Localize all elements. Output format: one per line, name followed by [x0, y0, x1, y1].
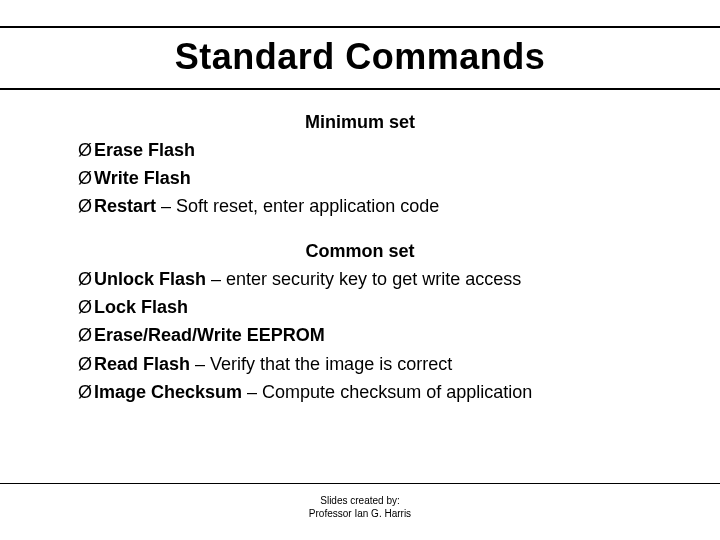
- list-item: ØUnlock Flash – enter security key to ge…: [78, 266, 642, 292]
- section-heading-common: Common set: [78, 241, 642, 262]
- command-desc: – Compute checksum of application: [242, 382, 532, 402]
- list-item: ØLock Flash: [78, 294, 642, 320]
- command-name: Lock Flash: [94, 297, 188, 317]
- footer-line2: Professor Ian G. Harris: [0, 507, 720, 520]
- bullet-icon: Ø: [78, 196, 92, 216]
- title-band: Standard Commands: [0, 26, 720, 90]
- command-desc: – enter security key to get write access: [206, 269, 521, 289]
- command-name: Read Flash: [94, 354, 190, 374]
- command-name: Erase/Read/Write EEPROM: [94, 325, 325, 345]
- bullet-icon: Ø: [78, 354, 92, 374]
- command-name: Unlock Flash: [94, 269, 206, 289]
- command-desc: – Soft reset, enter application code: [156, 196, 439, 216]
- bullet-icon: Ø: [78, 325, 92, 345]
- bullet-icon: Ø: [78, 269, 92, 289]
- footer: Slides created by: Professor Ian G. Harr…: [0, 483, 720, 520]
- command-name: Erase Flash: [94, 140, 195, 160]
- list-item: ØErase/Read/Write EEPROM: [78, 322, 642, 348]
- bullet-icon: Ø: [78, 382, 92, 402]
- list-item: ØWrite Flash: [78, 165, 642, 191]
- command-name: Write Flash: [94, 168, 191, 188]
- list-item: ØRestart – Soft reset, enter application…: [78, 193, 642, 219]
- list-item: ØRead Flash – Verify that the image is c…: [78, 351, 642, 377]
- slide-title: Standard Commands: [0, 36, 720, 78]
- bullet-icon: Ø: [78, 168, 92, 188]
- command-name: Image Checksum: [94, 382, 242, 402]
- command-name: Restart: [94, 196, 156, 216]
- bullet-icon: Ø: [78, 297, 92, 317]
- slide-content: Minimum set ØErase Flash ØWrite Flash ØR…: [0, 90, 720, 405]
- section-heading-minimum: Minimum set: [78, 112, 642, 133]
- bullet-icon: Ø: [78, 140, 92, 160]
- footer-line1: Slides created by:: [0, 494, 720, 507]
- command-desc: – Verify that the image is correct: [190, 354, 452, 374]
- list-item: ØErase Flash: [78, 137, 642, 163]
- list-item: ØImage Checksum – Compute checksum of ap…: [78, 379, 642, 405]
